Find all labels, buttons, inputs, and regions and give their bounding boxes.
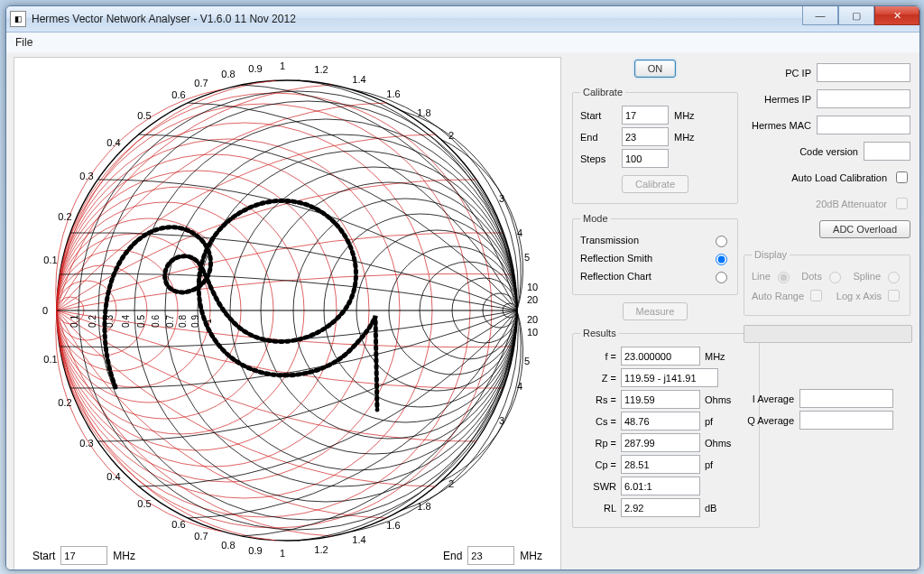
mode-smith-radio[interactable] (716, 254, 727, 265)
menubar: File (6, 32, 919, 53)
svg-text:0.6: 0.6 (171, 519, 185, 530)
svg-text:3: 3 (499, 193, 504, 204)
attenuator-checkbox (896, 198, 908, 209)
q-avg-label: Q Average (744, 415, 794, 426)
mode-transmission-radio[interactable] (716, 236, 727, 247)
cal-start-unit: MHz (674, 110, 703, 121)
right-pane: ON Calibrate Start MHz End MHz (568, 52, 919, 569)
disp-dots-radio (829, 272, 841, 283)
i-avg-label: I Average (744, 393, 794, 404)
svg-text:0.4: 0.4 (121, 315, 131, 328)
svg-text:0.2: 0.2 (58, 397, 71, 408)
svg-text:20: 20 (527, 294, 538, 305)
res-cs-value[interactable] (621, 412, 700, 430)
cal-steps-label: Steps (580, 153, 616, 164)
svg-text:2: 2 (448, 478, 454, 489)
svg-text:0: 0 (42, 305, 48, 316)
calibrate-legend: Calibrate (580, 87, 625, 97)
res-rp-value[interactable] (621, 433, 700, 452)
auto-load-cal-label: Auto Load Calibration (791, 172, 887, 183)
pc-ip-label: PC IP (785, 68, 811, 79)
svg-text:0.8: 0.8 (178, 315, 188, 328)
svg-text:0.2: 0.2 (88, 315, 97, 328)
chart-start-unit: MHz (113, 550, 135, 562)
svg-text:20: 20 (527, 314, 538, 325)
chart-start-input[interactable] (60, 546, 107, 565)
svg-text:5: 5 (524, 252, 530, 263)
res-rs-value[interactable] (621, 390, 700, 409)
svg-text:0.5: 0.5 (136, 315, 146, 328)
close-button[interactable]: ✕ (874, 6, 919, 25)
disp-spline-radio (888, 272, 900, 283)
display-legend: Display (752, 249, 790, 260)
mode-transmission-label: Transmission (580, 235, 639, 245)
res-swr-value[interactable] (621, 477, 700, 495)
menu-file[interactable]: File (15, 36, 32, 49)
maximize-button[interactable]: ▢ (838, 6, 874, 25)
res-f-label: f = (580, 351, 616, 362)
window-controls: — ▢ ✕ (802, 6, 919, 25)
res-f-value[interactable] (621, 347, 700, 366)
svg-text:4: 4 (517, 227, 522, 238)
res-f-unit: MHz (705, 351, 734, 362)
cal-start-input[interactable] (622, 106, 669, 125)
hermes-ip-label: Hermes IP (764, 94, 811, 105)
code-version-input (864, 142, 910, 161)
res-z-value[interactable] (621, 368, 718, 387)
chart-start-label: Start (32, 550, 55, 562)
res-cp-value[interactable] (621, 455, 700, 474)
svg-text:0.9: 0.9 (190, 315, 200, 328)
mode-group: Mode Transmission Reflection Smith Refle… (572, 213, 738, 295)
auto-load-cal-checkbox[interactable] (896, 171, 908, 183)
svg-text:0.3: 0.3 (79, 438, 93, 449)
svg-text:1.6: 1.6 (386, 88, 400, 99)
cal-steps-input[interactable] (622, 149, 669, 168)
svg-text:1.4: 1.4 (352, 74, 365, 85)
app-icon: ◧ (10, 11, 26, 27)
disp-line-radio (778, 272, 790, 283)
calibrate-button[interactable]: Calibrate (622, 175, 688, 193)
chart-end-unit: MHz (520, 550, 542, 562)
res-rp-unit: Ohms (705, 438, 734, 449)
titlebar[interactable]: ◧ Hermes Vector Network Analyser - V1.6.… (6, 6, 919, 32)
mode-legend: Mode (580, 213, 611, 224)
pc-ip-input[interactable] (817, 63, 910, 82)
res-rl-value[interactable] (621, 498, 700, 517)
hermes-ip-input[interactable] (817, 89, 910, 108)
hermes-mac-input[interactable] (817, 116, 910, 134)
hermes-mac-label: Hermes MAC (752, 120, 811, 131)
q-avg-input[interactable] (799, 411, 893, 430)
client-area: 0 0.1 0.2 0.3 0.4 0.5 0.6 0.7 0.8 0.9 1 … (6, 52, 919, 569)
svg-text:0.1: 0.1 (43, 255, 57, 265)
code-version-label: Code version (799, 146, 858, 157)
svg-text:0.8: 0.8 (221, 69, 235, 79)
smith-chart[interactable]: 0 0.1 0.2 0.3 0.4 0.5 0.6 0.7 0.8 0.9 1 … (14, 57, 561, 570)
res-cs-label: Cs = (580, 416, 616, 427)
disp-logx-checkbox (888, 290, 900, 301)
mode-chart-radio[interactable] (716, 272, 727, 283)
chart-end-input[interactable] (467, 546, 514, 565)
svg-text:5: 5 (524, 356, 530, 366)
cal-end-input[interactable] (622, 127, 669, 146)
results-group: Results f =MHz Z = Rs =Ohms Cs =pf Rp =O… (572, 328, 760, 528)
disp-line-label: Line (752, 271, 771, 282)
on-button[interactable]: ON (634, 60, 677, 78)
res-rl-label: RL (580, 503, 616, 514)
res-z-label: Z = (580, 373, 616, 384)
svg-text:3: 3 (499, 415, 504, 426)
mode-chart-label: Reflection Chart (580, 271, 651, 282)
attenuator-label: 20dB Attenuator (816, 199, 887, 209)
svg-text:1.2: 1.2 (314, 64, 328, 75)
adc-overload-button[interactable]: ADC Overload (819, 220, 910, 238)
chart-footer: Start MHz End MHz (32, 546, 542, 565)
disp-autorange-checkbox (810, 290, 822, 301)
svg-text:1.8: 1.8 (417, 107, 430, 118)
cal-end-label: End (580, 132, 616, 143)
i-avg-input[interactable] (799, 389, 893, 408)
measure-button[interactable]: Measure (623, 302, 688, 320)
res-rs-label: Rs = (580, 394, 616, 405)
svg-text:1: 1 (280, 60, 285, 71)
minimize-button[interactable]: — (802, 6, 838, 25)
svg-text:1.6: 1.6 (386, 520, 400, 531)
res-cs-unit: pf (705, 416, 734, 427)
